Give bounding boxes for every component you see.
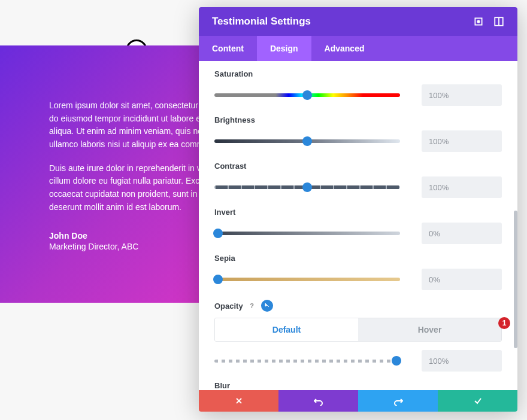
settings-panel: Testimonial Settings Content Design Adva… <box>199 7 517 412</box>
brightness-thumb[interactable] <box>302 136 312 146</box>
saturation-value[interactable]: 100% <box>422 84 502 106</box>
scrollbar[interactable] <box>514 211 517 348</box>
sepia-label: Sepia <box>214 254 502 263</box>
opacity-thumb[interactable] <box>392 356 401 366</box>
field-contrast: Contrast 100% <box>214 162 502 198</box>
field-opacity: Opacity ? Default Hover 100% <box>214 300 502 372</box>
invert-value[interactable]: 0% <box>422 223 502 244</box>
opacity-label-text: Opacity <box>214 302 243 311</box>
confirm-button[interactable] <box>438 390 517 412</box>
field-brightness: Brightness 100% <box>214 115 502 152</box>
saturation-thumb[interactable] <box>302 90 312 100</box>
opacity-hover-button[interactable]: Hover <box>358 318 501 341</box>
tab-bar: Content Design Advanced <box>199 36 517 61</box>
blur-label: Blur <box>214 381 502 390</box>
opacity-default-button[interactable]: Default <box>215 318 358 341</box>
opacity-value[interactable]: 100% <box>422 350 502 372</box>
saturation-slider[interactable] <box>214 93 400 97</box>
brightness-value[interactable]: 100% <box>422 130 502 152</box>
invert-label: Invert <box>214 208 502 217</box>
field-saturation: Saturation 100% <box>214 69 502 106</box>
field-blur: Blur 0px <box>214 381 502 390</box>
undo-button[interactable] <box>278 390 358 412</box>
invert-thumb[interactable] <box>213 229 223 238</box>
sepia-slider[interactable] <box>214 278 400 281</box>
hover-state-icon[interactable] <box>261 300 273 312</box>
layout-icon[interactable] <box>493 16 504 27</box>
expand-icon[interactable] <box>473 16 484 27</box>
sepia-thumb[interactable] <box>213 275 223 284</box>
field-sepia: Sepia 0% <box>214 254 502 290</box>
contrast-value[interactable]: 100% <box>422 176 502 198</box>
panel-footer <box>199 390 517 412</box>
panel-body: Saturation 100% Brightness 100% Contrast <box>199 61 517 390</box>
panel-title: Testimonial Settings <box>212 16 464 28</box>
brightness-slider[interactable] <box>214 139 400 143</box>
cancel-button[interactable] <box>199 390 278 412</box>
tab-advanced[interactable]: Advanced <box>311 36 378 61</box>
annotation-marker-1: 1 <box>498 317 510 329</box>
contrast-slider[interactable] <box>214 185 400 189</box>
panel-header: Testimonial Settings <box>199 7 517 36</box>
help-icon[interactable]: ? <box>248 302 256 310</box>
contrast-label: Contrast <box>214 162 502 171</box>
saturation-label: Saturation <box>214 69 502 78</box>
opacity-slider[interactable] <box>214 360 400 363</box>
tab-content[interactable]: Content <box>199 36 257 61</box>
invert-slider[interactable] <box>214 232 400 235</box>
field-invert: Invert 0% <box>214 208 502 244</box>
opacity-label: Opacity ? <box>214 300 502 312</box>
sepia-value[interactable]: 0% <box>422 269 502 290</box>
contrast-thumb[interactable] <box>302 182 312 192</box>
svg-point-1 <box>477 20 479 22</box>
tab-design[interactable]: Design <box>257 36 311 61</box>
redo-button[interactable] <box>358 390 438 412</box>
opacity-state-toggle: Default Hover <box>214 318 502 342</box>
brightness-label: Brightness <box>214 115 502 124</box>
